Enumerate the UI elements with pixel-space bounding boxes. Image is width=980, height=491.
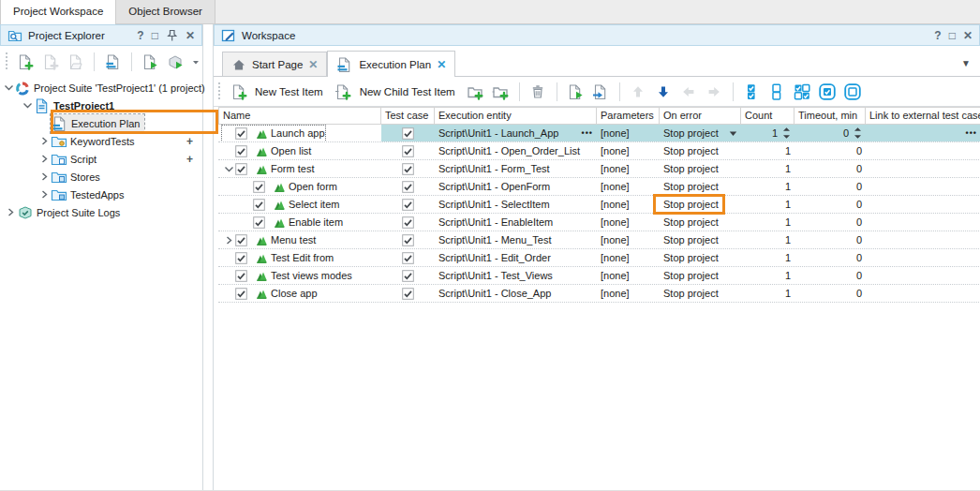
parameters-cell[interactable]: [none] xyxy=(597,267,660,284)
row-checkbox[interactable] xyxy=(235,252,247,264)
row-checkbox[interactable] xyxy=(253,181,265,193)
timeout-spinner[interactable] xyxy=(854,126,862,140)
timeout-cell[interactable]: 0 xyxy=(794,231,866,248)
expander-collapsed-icon[interactable] xyxy=(37,136,51,146)
move-up-button[interactable] xyxy=(627,80,650,103)
expander-collapsed-icon[interactable] xyxy=(37,189,51,200)
organize-execution-plan-button[interactable] xyxy=(101,50,125,73)
on-error-dropdown-button[interactable] xyxy=(729,130,737,137)
tab-object-browser[interactable]: Object Browser xyxy=(116,0,215,23)
move-down-button[interactable] xyxy=(652,80,676,103)
tree-item-execution-plan[interactable]: Execution Plan xyxy=(0,114,202,132)
test-case-checkbox[interactable] xyxy=(402,181,414,193)
maximize-icon[interactable]: □ xyxy=(152,30,158,41)
close-icon[interactable]: ✕ xyxy=(186,30,195,41)
execution-entity-cell[interactable]: Script\Unit1 - Edit_Order xyxy=(435,249,597,266)
test-case-checkbox[interactable] xyxy=(402,127,414,140)
count-spinner[interactable] xyxy=(782,126,791,140)
parameters-cell[interactable]: [none] xyxy=(597,249,660,266)
count-cell[interactable]: 1 xyxy=(741,196,794,213)
timeout-cell[interactable]: 0 xyxy=(794,267,866,284)
new-child-group-button[interactable] xyxy=(489,80,512,103)
name-cell[interactable]: Test views modes xyxy=(218,267,381,284)
add-new-item-button[interactable] xyxy=(13,50,37,73)
execution-entity-cell[interactable]: Script\Unit1 - OpenForm xyxy=(435,178,597,195)
count-cell[interactable]: 1 xyxy=(741,231,794,248)
name-cell[interactable]: Close app xyxy=(218,285,381,302)
link-external-cell[interactable] xyxy=(866,285,980,302)
on-error-cell[interactable]: Stop project xyxy=(660,196,741,213)
check-all-button[interactable] xyxy=(740,80,764,103)
on-error-cell[interactable]: Stop project xyxy=(660,267,741,284)
test-case-checkbox[interactable] xyxy=(402,199,414,211)
test-case-checkbox[interactable] xyxy=(402,163,414,175)
uncheck-selected-button[interactable] xyxy=(841,80,865,103)
close-icon[interactable]: ✕ xyxy=(437,58,446,71)
close-icon[interactable]: ✕ xyxy=(308,58,318,71)
table-row-enable-item[interactable]: Enable itemScript\Unit1 - EnableItem[non… xyxy=(218,214,980,231)
link-browse-button[interactable]: ••• xyxy=(966,128,977,138)
expander-collapsed-icon[interactable] xyxy=(37,154,51,164)
parameters-cell[interactable]: [none] xyxy=(597,196,660,213)
add-item-button[interactable]: + xyxy=(186,135,193,148)
parameters-cell[interactable]: [none] xyxy=(597,231,660,248)
column-header-name[interactable]: Name xyxy=(218,108,381,124)
test-case-cell[interactable] xyxy=(381,196,435,213)
count-cell[interactable]: 1 xyxy=(741,285,794,302)
move-left-button[interactable] xyxy=(677,80,701,103)
link-external-cell[interactable] xyxy=(866,231,980,248)
on-error-cell[interactable]: Stop project xyxy=(660,285,741,302)
link-external-cell[interactable] xyxy=(866,160,980,177)
tree-item-script[interactable]: Script+ xyxy=(0,150,202,168)
run-project-button[interactable] xyxy=(139,50,162,73)
table-row-test-views-modes[interactable]: Test views modesScript\Unit1 - Test_View… xyxy=(218,267,980,285)
maximize-icon[interactable]: □ xyxy=(949,30,956,41)
table-row-form-test[interactable]: Form testScript\Unit1 - Form_Test[none]S… xyxy=(218,160,980,178)
table-row-open-list[interactable]: Open listScript\Unit1 - Open_Order_List[… xyxy=(218,142,980,160)
link-external-cell[interactable] xyxy=(866,267,980,284)
expander-expanded-icon[interactable] xyxy=(4,83,14,92)
on-error-cell[interactable]: Stop project xyxy=(660,125,741,141)
help-icon[interactable]: ? xyxy=(934,30,941,41)
parameters-cell[interactable]: [none] xyxy=(597,160,660,177)
new-group-button[interactable] xyxy=(464,80,487,103)
parameters-cell[interactable]: [none] xyxy=(597,178,660,195)
table-row-launch-app[interactable]: Launch appScript\Unit1 - Launch_App•••[n… xyxy=(218,125,980,142)
parameters-cell[interactable]: [none] xyxy=(597,142,660,159)
expander-expanded-icon[interactable] xyxy=(21,101,34,110)
link-external-cell[interactable] xyxy=(866,249,980,266)
column-header-timeout-min[interactable]: Timeout, min xyxy=(794,108,866,124)
uncheck-all-button[interactable] xyxy=(765,80,789,103)
row-checkbox[interactable] xyxy=(235,163,247,175)
test-case-cell[interactable] xyxy=(381,160,435,177)
tree-item-stores[interactable]: Stores xyxy=(0,168,202,186)
count-cell[interactable]: 1 xyxy=(741,267,794,284)
tree-item-keywordtests[interactable]: KeywordTests+ xyxy=(0,132,202,150)
name-cell[interactable]: Enable item xyxy=(218,214,381,231)
column-header-link-to-external-test-case[interactable]: Link to external test case xyxy=(866,108,980,124)
on-error-cell[interactable]: Stop project xyxy=(660,142,741,159)
help-icon[interactable]: ? xyxy=(137,30,143,41)
count-cell[interactable]: 1 xyxy=(741,142,794,159)
timeout-cell[interactable]: 0 xyxy=(794,285,866,302)
test-case-checkbox[interactable] xyxy=(402,234,414,246)
new-child-test-item-button[interactable] xyxy=(332,80,355,103)
new-test-item-label[interactable]: New Test Item xyxy=(255,86,323,97)
tab-execution-plan[interactable]: Execution Plan ✕ xyxy=(327,51,455,77)
row-checkbox[interactable] xyxy=(235,145,247,157)
expander-collapsed-icon[interactable] xyxy=(4,207,17,217)
execution-entity-cell[interactable]: Script\Unit1 - Form_Test xyxy=(435,160,597,177)
column-header-test-case[interactable]: Test case xyxy=(381,108,435,124)
test-case-cell[interactable] xyxy=(381,142,435,159)
check-selected-button[interactable] xyxy=(816,80,839,103)
test-case-cell[interactable] xyxy=(381,249,435,266)
link-external-cell[interactable] xyxy=(866,142,980,159)
timeout-cell[interactable]: 0 xyxy=(794,178,866,195)
toolbar-grip[interactable] xyxy=(217,82,221,101)
count-cell[interactable]: 1 xyxy=(741,249,794,266)
link-external-cell[interactable]: ••• xyxy=(866,125,980,141)
row-checkbox[interactable] xyxy=(235,234,247,246)
timeout-cell[interactable]: 0 xyxy=(794,214,866,231)
test-case-checkbox[interactable] xyxy=(402,288,414,300)
name-cell[interactable]: Open list xyxy=(218,142,381,159)
